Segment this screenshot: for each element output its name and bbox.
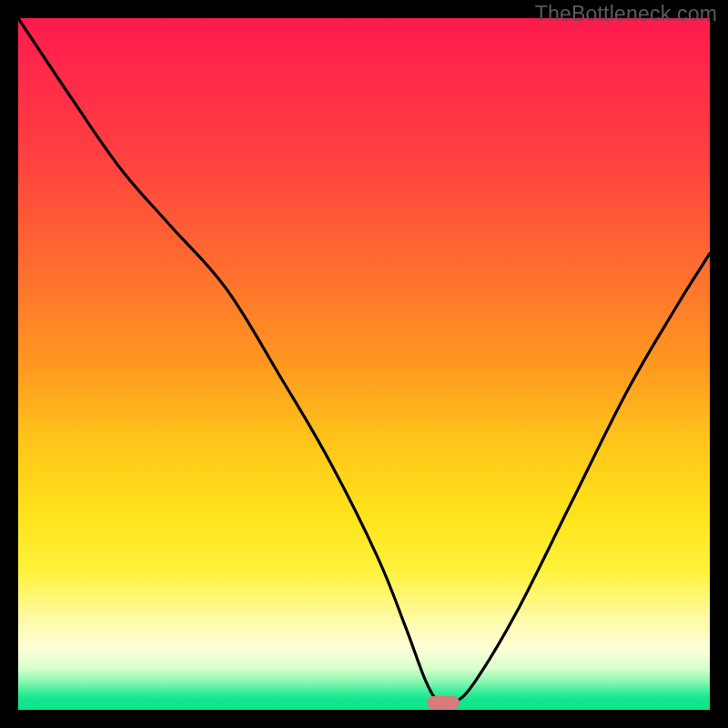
- bottleneck-chart: TheBottleneck.com: [0, 0, 728, 728]
- optimal-marker: [427, 696, 460, 709]
- bottleneck-curve: [18, 18, 710, 710]
- watermark-text: TheBottleneck.com: [535, 2, 717, 26]
- plot-area: [18, 18, 710, 710]
- curve-path: [18, 18, 710, 705]
